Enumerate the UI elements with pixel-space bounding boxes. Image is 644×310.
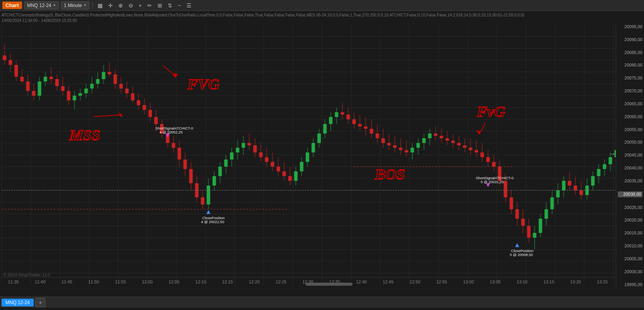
bar-chart-icon[interactable]: ▦: [96, 2, 104, 9]
time-label: 13:10: [517, 279, 528, 284]
chart-canvas[interactable]: [0, 11, 644, 297]
price-label: 20025,00: [618, 205, 642, 210]
time-label: 12:05: [168, 279, 179, 284]
time-label: 13:05: [490, 279, 501, 284]
trade-icon[interactable]: ⇅: [166, 2, 174, 9]
price-label: 20035,00: [618, 178, 642, 184]
chart-info: ATCHICTConceptsStrategy(0,,BarClose,Cand…: [2, 13, 524, 23]
time-label: 12:25: [276, 279, 287, 284]
price-label: 20015,00: [618, 231, 642, 236]
price-label: 19995,00: [618, 282, 642, 287]
price-label: 20045,00: [618, 153, 642, 158]
time-label: 11:45: [62, 279, 72, 284]
time-label: 12:45: [383, 279, 394, 284]
price-label: 20075,00: [618, 76, 642, 81]
add-tab-button[interactable]: +: [35, 298, 45, 307]
chart-tab[interactable]: Chart: [2, 2, 22, 9]
time-label: 12:00: [142, 279, 153, 284]
time-label: 11:40: [35, 279, 46, 284]
time-label: 12:15: [222, 279, 233, 284]
price-label: 20070,00: [618, 88, 642, 94]
time-label: 12:10: [195, 279, 206, 284]
time-label: 12:50: [410, 279, 421, 284]
bottom-tabs: MNQ 12-24 +: [0, 297, 644, 308]
price-label: 20085,00: [618, 50, 642, 55]
plus-icon[interactable]: +: [137, 2, 143, 9]
instrument-dropdown[interactable]: MNQ 12-24: [24, 2, 59, 9]
price-label: 20000,00: [618, 269, 642, 274]
price-label: 20040,00: [618, 166, 642, 171]
crosshair-icon[interactable]: ✛: [107, 2, 114, 9]
time-label: 13:15: [543, 279, 554, 284]
price-label: 20080,00: [618, 63, 642, 68]
timeframe-dropdown[interactable]: 1 Minute: [61, 2, 89, 9]
copyright: © 2024 NinjaTrader, LLC: [3, 272, 51, 277]
properties-icon[interactable]: ⊞: [156, 2, 164, 9]
scroll-right-icon[interactable]: →: [609, 150, 616, 158]
time-label: 12:20: [249, 279, 260, 284]
time-label: 11:55: [115, 279, 126, 284]
price-label: 20030,00: [618, 191, 642, 197]
strategy-title: ATCHICTConceptsStrategy(0,,BarClose,Cand…: [2, 13, 524, 18]
chart-area: ATCHICTConceptsStrategy(0,,BarClose,Cand…: [0, 11, 644, 297]
date-range: 14/06/2024 11:34:00 - 14/06/2024 13:25:0…: [2, 18, 524, 23]
price-label: 20020,00: [618, 218, 642, 223]
active-tab[interactable]: MNQ 12-24: [2, 299, 34, 306]
price-label: 20010,00: [618, 243, 642, 249]
draw-icon[interactable]: ✏: [146, 2, 154, 9]
time-label: 13:25: [597, 279, 608, 284]
time-label: 12:40: [356, 279, 367, 284]
price-label: 20090,00: [618, 37, 642, 42]
time-label: 11:35: [8, 279, 19, 284]
strategy-icon[interactable]: ~: [176, 2, 183, 9]
separator: [92, 2, 93, 9]
price-label: 20005,00: [618, 256, 642, 261]
magnify-icon[interactable]: ⊕: [117, 2, 125, 9]
price-scale: 20095,0020090,0020085,0020080,0020075,00…: [616, 23, 644, 289]
indicator-icon[interactable]: ☰: [185, 2, 193, 9]
scroll-bar[interactable]: [306, 283, 353, 286]
price-label: 20065,00: [618, 101, 642, 106]
time-label: 13:00: [463, 279, 474, 284]
toolbar: Chart MNQ 12-24 1 Minute ▦ ✛ ⊕ ⊖ + ✏ ⊞ ⇅…: [0, 0, 644, 11]
time-label: 12:55: [436, 279, 447, 284]
price-label: 20050,00: [618, 140, 642, 145]
magnify-minus-icon[interactable]: ⊖: [127, 2, 135, 9]
time-label: 13:20: [570, 279, 581, 284]
price-label: 20060,00: [618, 114, 642, 119]
time-label: 11:50: [88, 279, 99, 284]
price-label: 20055,00: [618, 127, 642, 132]
price-label: 20095,00: [618, 24, 642, 29]
